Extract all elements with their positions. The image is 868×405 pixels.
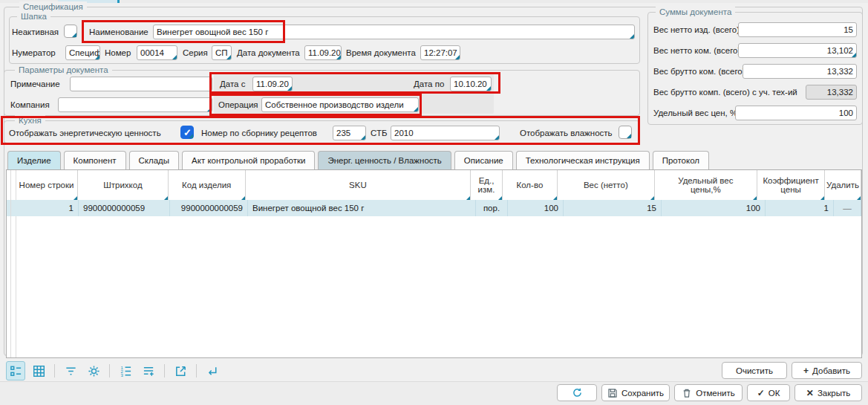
sum-label: Вес брутто комп. (всего) с уч. тех-ий [653,85,797,100]
numbered-list-button[interactable]: 123 [116,361,135,380]
numbered-list-icon: 123 [120,365,132,378]
price-share-field[interactable]: 100 [735,106,857,120]
note-field[interactable] [70,77,212,91]
trash-icon [682,388,692,398]
col-header-unit[interactable]: Ед., изм. [471,170,503,200]
ok-button[interactable]: ✓ ОК [747,384,790,401]
add-button[interactable]: + Добавить [792,362,862,379]
cell-price-share: 100 [662,200,766,216]
params-group-caption: Параметры документа [15,65,112,76]
cell-qty: 100 [508,200,564,216]
col-header-product-code[interactable]: Код изделия [169,170,246,200]
cell-net-weight: 15 [564,200,662,216]
series-label: Серия [183,45,208,60]
note-label: Примечание [10,77,60,91]
reload-icon [206,365,219,378]
reload-rows-button[interactable] [203,361,222,380]
open-external-icon [174,365,187,378]
energy-checkbox[interactable] [180,126,194,139]
humidity-label: Отображать влажность [520,126,613,140]
name-field[interactable]: Винегрет овощной вес 150 г [153,25,635,39]
numerator-field[interactable]: Специфи [65,45,100,60]
save-button-label: Сохранить [621,389,664,398]
doc-date-field[interactable]: 11.09.20 [304,45,342,60]
date-from-field[interactable]: 11.09.20 [252,77,293,91]
table-row[interactable]: 1 9900000000059 9900000000059 Винегрет о… [16,200,861,216]
settings-button[interactable] [84,361,103,380]
col-header-net-weight[interactable]: Вес (нетто) [558,170,655,200]
refresh-icon [572,387,583,398]
close-button[interactable]: ✕ Закрыть [794,384,862,401]
stb-field[interactable]: 2010 [391,126,500,140]
tab-izdelie[interactable]: Изделие [7,151,61,169]
filter-button[interactable] [61,361,80,380]
name-label: Наименование [89,25,149,39]
open-window-button[interactable] [171,361,190,380]
sum-label: Вес нетто ком. (всего) [653,43,740,58]
net-weight-product-field[interactable]: 15 [738,22,857,37]
tab-akt[interactable]: Акт контрольной проработки [182,151,315,169]
energy-label: Отображать энергетическую ценность [9,126,161,140]
doc-time-field[interactable]: 12:27:07 [420,45,460,60]
check-icon: ✓ [757,388,765,398]
cell-delete-dash[interactable]: — [834,200,861,216]
add-row-icon [143,365,155,378]
cell-sku: Винегрет овощной вес 150 г [248,200,476,216]
company-field[interactable] [58,97,212,112]
company-label: Компания [10,97,50,112]
gross-weight-comp-field[interactable]: 13,332 [743,64,857,79]
col-header-qty[interactable]: Кол-во [503,170,558,200]
sum-label: Удельный вес цен, % [653,106,737,120]
clear-button-label: Очистить [736,366,773,375]
table-toolbar: 123 [6,361,222,380]
col-header-line-number[interactable]: Номер строки [16,170,78,200]
number-field[interactable]: 00014 [137,45,177,60]
date-to-field[interactable]: 10.10.20 [450,77,492,91]
recipe-number-field[interactable]: 235 [333,126,366,140]
tab-komponent[interactable]: Компонент [64,151,126,169]
tab-protokol[interactable]: Протокол [653,151,709,169]
tab-instrukcia[interactable]: Технологическая инструкция [516,151,650,169]
save-button[interactable]: Сохранить [601,384,670,401]
col-header-price-share[interactable]: Удельный вес цены,% [655,170,757,200]
refresh-button[interactable] [557,384,597,401]
cell-line-number: 1 [16,200,79,216]
col-header-price-coef[interactable]: Коэффициент цены [757,170,825,200]
close-button-label: Закрыть [818,389,850,398]
humidity-checkbox[interactable] [619,126,632,139]
sums-group-caption: Суммы документа [656,7,735,18]
toolbar-separator [54,364,55,378]
col-header-sku[interactable]: SKU [246,170,471,200]
cell-unit: пор. [476,200,508,216]
plus-icon: + [803,366,809,376]
tab-sklady[interactable]: Склады [129,151,180,169]
kitchen-group-caption: Кухня [15,115,45,126]
operation-label: Операция [218,97,258,112]
cell-price-coef: 1 [766,200,834,216]
svg-text:3: 3 [120,372,123,378]
cell-barcode: 9900000000059 [79,200,170,216]
row-view-icon [10,365,22,378]
tab-energy[interactable]: Энерг. ценность / Влажность [318,151,451,169]
series-field[interactable]: СП [212,45,232,60]
items-table: Номер строки Штрихкод Код изделия SKU Ед… [6,169,862,358]
doc-date-label: Дата документа [237,45,300,60]
toolbar-separator [196,364,197,378]
number-label: Номер [105,45,131,60]
tab-opisanie[interactable]: Описание [454,151,513,169]
add-row-list-button[interactable] [139,361,158,380]
toolbar-separator [109,364,110,378]
grid-view-button[interactable] [29,361,48,380]
filter-icon [65,365,77,378]
ok-button-label: ОК [769,389,780,398]
inactive-checkbox[interactable] [64,25,77,38]
recipe-number-label: Номер по сборнику рецептов [201,126,317,140]
grid-view-icon [33,365,45,378]
clear-button[interactable]: Очистить [722,362,787,379]
cancel-button[interactable]: Отменить [674,384,743,401]
net-weight-comp-field[interactable]: 13,102 [738,43,857,58]
row-view-button[interactable] [6,361,25,380]
operation-field[interactable]: Собственное производство издели [261,97,419,112]
col-header-delete[interactable]: Удалить [825,170,861,200]
col-header-barcode[interactable]: Штрихкод [78,170,169,200]
